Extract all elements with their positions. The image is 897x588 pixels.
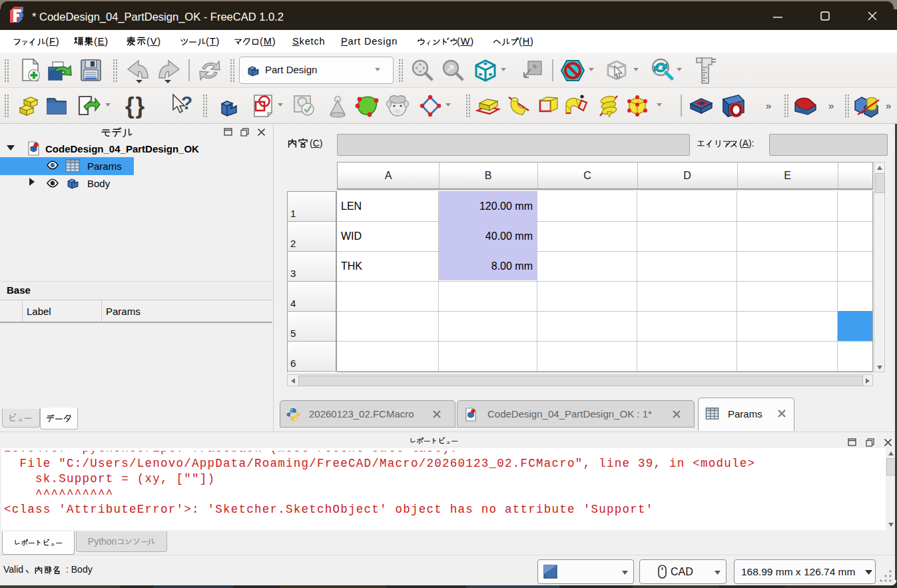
svg-text:?: ? — [181, 93, 192, 113]
